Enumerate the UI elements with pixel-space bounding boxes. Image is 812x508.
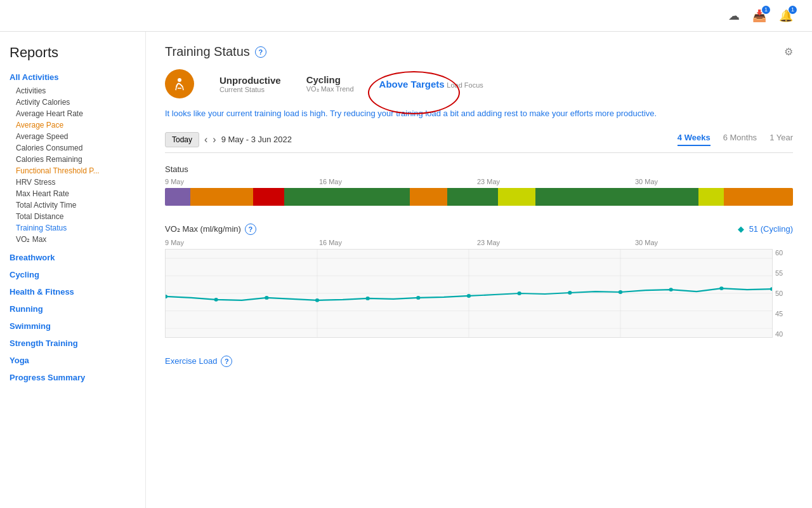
status-chart-section: Status 9 May 16 May 23 May 30 May: [165, 164, 793, 206]
svg-point-17: [568, 291, 572, 295]
settings-gear-icon[interactable]: ⚙: [784, 46, 793, 58]
svg-point-15: [467, 294, 471, 298]
svg-point-9: [166, 295, 167, 298]
vo2-header: VO₂ Max (ml/kg/min) ? ◆ 51 (Cycling): [165, 224, 793, 235]
current-status-item: Unproductive Current Status: [219, 75, 281, 93]
current-status-sub: Current Status: [219, 86, 281, 93]
sidebar-item-max-heart-rate[interactable]: Max Heart Rate: [10, 188, 136, 199]
sidebar-section-strength-training[interactable]: Strength Training: [10, 338, 136, 348]
status-segment-orange-1: [190, 188, 253, 206]
sidebar-item-activities[interactable]: Activities: [10, 85, 136, 97]
sidebar-item-calories-consumed[interactable]: Calories Consumed: [10, 142, 136, 154]
topbar: ☁ 📥 1 🔔 1: [0, 0, 812, 32]
date-23-may: 23 May: [477, 178, 500, 185]
date-30-may: 30 May: [635, 178, 658, 185]
section-header: Training Status ? ⚙: [165, 44, 793, 59]
sidebar-section-swimming[interactable]: Swimming: [10, 321, 136, 331]
sidebar-item-activity-calories[interactable]: Activity Calories: [10, 97, 136, 108]
above-targets-item: Above Targets Load Focus: [379, 79, 483, 90]
info-text: It looks like your current training load…: [165, 107, 685, 121]
vo2-y-axis: 60 55 50 45 40: [773, 249, 793, 338]
status-chart-label: Status: [165, 164, 793, 174]
vo2-trend-item: Cycling VO₂ Max Trend: [306, 74, 354, 93]
sidebar-item-hrv-stress[interactable]: HRV Stress: [10, 177, 136, 188]
vo2-line-chart: [165, 249, 773, 338]
svg-point-21: [770, 287, 772, 291]
main-content: Training Status ? ⚙ Unproductive Current…: [146, 32, 812, 508]
sidebar-section-health-fitness[interactable]: Health & Fitness: [10, 287, 136, 297]
inbox-icon[interactable]: 📥 1: [752, 9, 766, 23]
tab-6-months[interactable]: 6 Months: [723, 133, 757, 146]
sidebar-item-total-activity-time[interactable]: Total Activity Time: [10, 199, 136, 211]
sidebar-item-training-status[interactable]: Training Status: [10, 222, 136, 234]
date-range-label: 9 May - 3 Jun 2022: [221, 135, 292, 144]
sidebar-section-all-activities[interactable]: All Activities: [10, 72, 136, 82]
status-segment-yellow-1: [498, 188, 535, 206]
status-icon-badge: [165, 69, 194, 98]
date-16-may: 16 May: [319, 178, 342, 185]
section-title: Training Status ?: [165, 44, 266, 59]
bell-icon[interactable]: 🔔 1: [779, 9, 793, 23]
y-label-55: 55: [775, 269, 790, 277]
vo2-chart-dates: 9 May 16 May 23 May 30 May: [165, 239, 793, 246]
sidebar-item-calories-remaining[interactable]: Calories Remaining: [10, 154, 136, 165]
vo2-chart-section: VO₂ Max (ml/kg/min) ? ◆ 51 (Cycling) 9 M…: [165, 224, 793, 338]
current-status-label: Unproductive: [219, 75, 281, 86]
status-segment-yellow-2: [698, 188, 724, 206]
vo2-title: VO₂ Max (ml/kg/min) ?: [165, 224, 256, 235]
sidebar-section-progress-summary[interactable]: Progress Summary: [10, 373, 136, 382]
svg-point-19: [669, 288, 672, 291]
vo2-date-23-may: 23 May: [477, 239, 500, 246]
status-segment-green-3: [535, 188, 698, 206]
sidebar-item-average-speed[interactable]: Average Speed: [10, 131, 136, 142]
sidebar-item-average-pace[interactable]: Average Pace: [10, 119, 136, 131]
sidebar: Reports All Activities Activities Activi…: [0, 32, 146, 508]
exercise-load-label: Exercise Load: [165, 356, 217, 366]
svg-point-16: [517, 291, 521, 295]
y-label-50: 50: [775, 290, 790, 297]
status-bar: [165, 188, 793, 206]
sidebar-section-cycling[interactable]: Cycling: [10, 270, 136, 279]
exercise-load-section: Exercise Load ?: [165, 356, 793, 367]
vo2-date-30-may: 30 May: [635, 239, 658, 246]
above-targets-label: Above Targets: [379, 79, 445, 90]
y-label-45: 45: [775, 310, 790, 318]
today-button[interactable]: Today: [165, 132, 199, 147]
svg-point-10: [214, 298, 218, 302]
vo2-value: ◆ 51 (Cycling): [738, 224, 793, 234]
vo2-trend-label: Cycling: [306, 74, 354, 85]
next-arrow-button[interactable]: ›: [213, 134, 216, 145]
vo2-diamond-icon: ◆: [738, 224, 744, 234]
prev-arrow-button[interactable]: ‹: [204, 134, 207, 145]
vo2-chart-wrapper: 60 55 50 45 40: [165, 249, 793, 338]
date-nav: Today ‹ › 9 May - 3 Jun 2022 4 Weeks 6 M…: [165, 132, 793, 153]
training-status-help-icon[interactable]: ?: [255, 46, 266, 58]
svg-point-0: [178, 78, 181, 82]
sidebar-section-running[interactable]: Running: [10, 304, 136, 314]
status-chart-dates: 9 May 16 May 23 May 30 May: [165, 178, 793, 185]
status-row: Unproductive Current Status Cycling VO₂ …: [165, 69, 793, 98]
status-segment-green-2: [447, 188, 497, 206]
svg-point-12: [315, 298, 319, 302]
vo2-help-icon[interactable]: ?: [245, 224, 256, 235]
vo2-trend-sub: VO₂ Max Trend: [306, 85, 354, 93]
date-9-may: 9 May: [165, 178, 184, 185]
sidebar-section-yoga[interactable]: Yoga: [10, 356, 136, 365]
status-segment-orange-2: [410, 188, 447, 206]
svg-point-11: [265, 296, 268, 300]
y-label-60: 60: [775, 249, 790, 257]
tab-4-weeks[interactable]: 4 Weeks: [678, 133, 710, 146]
tab-1-year[interactable]: 1 Year: [769, 133, 793, 146]
sidebar-item-functional-threshold[interactable]: Functional Threshold P...: [10, 165, 136, 177]
above-targets-sub: Load Focus: [447, 81, 483, 89]
exercise-load-help-icon[interactable]: ?: [221, 356, 232, 367]
status-segment-orange-3: [724, 188, 793, 206]
svg-point-14: [416, 296, 420, 300]
status-segment-purple: [165, 188, 190, 206]
vo2-title-text: VO₂ Max (ml/kg/min): [165, 224, 241, 234]
sidebar-item-vo2-max[interactable]: VO₂ Max: [10, 234, 136, 245]
cloud-upload-icon[interactable]: ☁: [728, 9, 740, 23]
sidebar-item-total-distance[interactable]: Total Distance: [10, 211, 136, 222]
sidebar-item-average-heart-rate[interactable]: Average Heart Rate: [10, 108, 136, 119]
sidebar-section-breathwork[interactable]: Breathwork: [10, 253, 136, 262]
